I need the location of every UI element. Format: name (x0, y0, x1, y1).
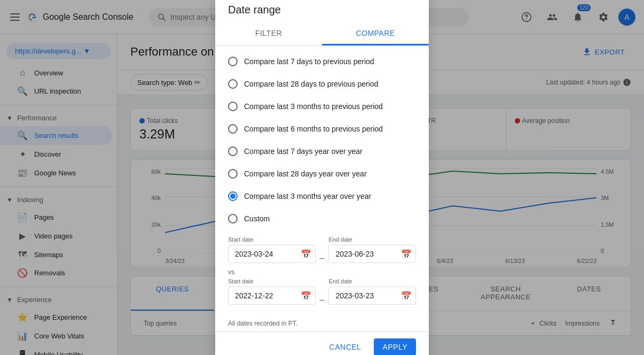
option-last6months-prev[interactable]: Compare last 6 months to previous period (215, 118, 429, 140)
modal-actions: CANCEL APPLY (215, 331, 429, 355)
radio-custom (228, 214, 238, 223)
vs-start-date-wrapper: 📅 (228, 287, 316, 305)
radio-last3months-prev (228, 102, 238, 111)
radio-last7days-year (228, 146, 238, 156)
start-date-wrapper: 📅 (228, 245, 316, 263)
end-date-group: End date 📅 (328, 236, 416, 263)
radio-last28days-year (228, 169, 238, 179)
radio-last6months-prev (228, 124, 238, 134)
date-range-modal: Date range FILTER COMPARE Compare last 7… (215, 0, 429, 355)
option-last3months-prev[interactable]: Compare last 3 months to previous period (215, 95, 429, 118)
option-last28days-year[interactable]: Compare last 28 days year over year (215, 163, 429, 185)
cancel-button[interactable]: CANCEL (321, 338, 370, 355)
footer-note: All dates recorded in PT. (215, 315, 429, 331)
vs-end-date-label: End date (328, 278, 416, 284)
radio-last28days-prev (228, 79, 238, 89)
end-date-input[interactable] (328, 245, 416, 263)
date-separator-1: – (320, 253, 325, 263)
start-date-input[interactable] (228, 245, 316, 263)
start-date-group: Start date 📅 (228, 236, 316, 263)
date-separator-2: – (320, 295, 325, 305)
vs-start-date-group: Start date 📅 (228, 278, 316, 305)
modal-tab-compare[interactable]: COMPARE (322, 22, 429, 45)
modal-body: Compare last 7 days to previous period C… (215, 46, 429, 315)
vs-start-date-label: Start date (228, 278, 316, 284)
end-date-label: End date (328, 236, 416, 243)
radio-last3months-year (228, 191, 238, 201)
option-custom[interactable]: Custom (215, 207, 429, 230)
vs-label: vs. (228, 265, 416, 278)
modal-tab-filter[interactable]: FILTER (215, 22, 322, 45)
option-last28days-prev[interactable]: Compare last 28 days to previous period (215, 73, 429, 95)
option-last7days-prev[interactable]: Compare last 7 days to previous period (215, 50, 429, 73)
option-last7days-year[interactable]: Compare last 7 days year over year (215, 140, 429, 163)
vs-end-date-wrapper: 📅 (328, 287, 416, 305)
modal-tabs: FILTER COMPARE (215, 22, 429, 46)
end-date-wrapper: 📅 (328, 245, 416, 263)
radio-last7days-prev (228, 57, 238, 66)
vs-end-date-group: End date 📅 (328, 278, 416, 305)
custom-date-section: Start date 📅 – End date 📅 (215, 230, 429, 311)
option-last3months-year[interactable]: Compare last 3 months year over year (215, 185, 429, 207)
vs-end-date-input[interactable] (328, 287, 416, 305)
vs-start-date-input[interactable] (228, 287, 316, 305)
modal-title: Date range (215, 0, 429, 22)
apply-button[interactable]: APPLY (374, 338, 416, 355)
start-date-label: Start date (228, 236, 316, 243)
modal-overlay[interactable]: Date range FILTER COMPARE Compare last 7… (0, 0, 644, 355)
